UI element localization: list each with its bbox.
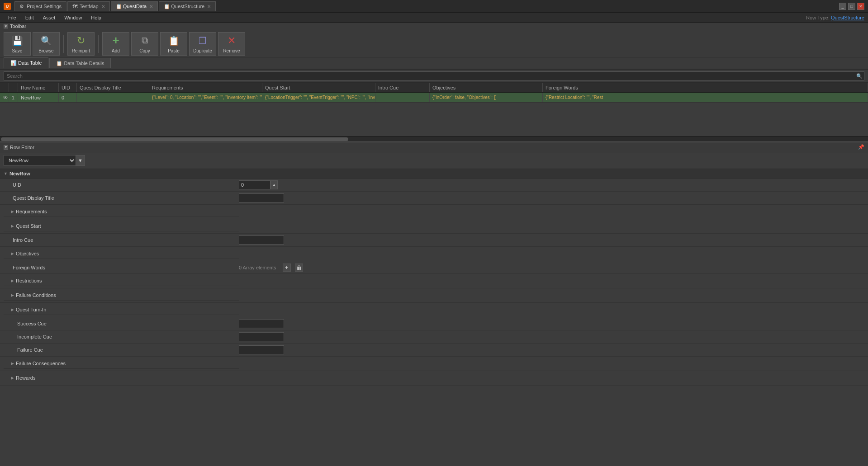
browse-label: Browse [38,48,53,53]
fw-remove-btn[interactable]: 🗑 [295,264,303,272]
uid-value: ▲ [239,180,864,189]
copy-label: Copy [139,48,150,53]
tab-quest-data[interactable]: 📋 QuestData ✕ [111,1,158,11]
failure-cue-input[interactable] [239,345,284,354]
fcons-label-text: Failure Consequences [16,361,66,366]
row-selector[interactable]: NewRow [4,155,76,166]
toolbar-outer: ▼ Toolbar 💾 Save 🔍 Browse ↻ Reimport [0,23,868,57]
col-header-eye [0,83,9,92]
success-cue-value [239,319,864,328]
cell-num: 1 [9,93,18,102]
row-editor-pin[interactable]: 📌 [858,144,864,150]
col-header-uid[interactable]: UID [59,83,77,92]
requirements-label[interactable]: ▶ Requirements [4,207,239,217]
dropdown-arrow[interactable]: ▼ [76,155,85,166]
minimize-button[interactable]: _ [839,3,846,10]
cell-foreign-words: {"Restrict Location": "", "Rest [543,93,868,102]
browse-button[interactable]: 🔍 Browse [33,32,60,56]
qdt-input[interactable] [239,193,284,202]
col-header-foreign-words[interactable]: Foreign Words [543,83,868,92]
tab-label: Data Table Details [64,61,104,66]
tab-close-testmap[interactable]: ✕ [101,4,105,9]
restrictions-label[interactable]: ▶ Restrictions [4,276,239,286]
fw-add-btn[interactable]: + [283,264,291,272]
incomplete-cue-input[interactable] [239,332,284,341]
scroll-thumb[interactable] [1,137,348,141]
rest-label-text: Restrictions [16,278,42,283]
toolbar-separator-2 [98,35,99,53]
tab-close-questdata[interactable]: ✕ [149,4,153,9]
menu-file[interactable]: File [4,14,21,21]
tab-data-table-details[interactable]: 📋 Data Table Details [49,58,111,68]
menu-window[interactable]: Window [60,14,86,21]
req-label-text: Requirements [16,209,47,214]
paste-button[interactable]: 📋 Paste [160,32,187,56]
tab-test-map[interactable]: 🗺 TestMap ✕ [67,1,110,11]
paste-label: Paste [168,48,180,53]
save-label: Save [12,48,23,53]
obj-label-text: Objectives [16,251,39,256]
rewards-label[interactable]: ▶ Rewards [4,373,239,383]
failure-cond-label[interactable]: ▶ Failure Conditions [4,290,239,301]
row-editor-expand[interactable]: ▼ [4,145,8,150]
success-cue-input[interactable] [239,319,284,328]
fc-triangle: ▶ [11,293,14,297]
tab-project-settings[interactable]: ⚙ Project Settings [14,1,66,11]
details-icon: 📋 [56,61,62,66]
failure-cue-label: Failure Cue [4,347,239,353]
uid-spinner-up[interactable]: ▲ [270,180,278,189]
tab-close-queststructure[interactable]: ✕ [207,4,211,9]
section-newrow[interactable]: ▼ NewRow [0,169,868,179]
menu-asset[interactable]: Asset [38,14,60,21]
qdt-value [239,193,864,202]
field-quest-start: ▶ Quest Start [0,219,868,234]
tab-label: Project Settings [27,4,62,9]
quest-turnin-label[interactable]: ▶ Quest Turn-In [4,305,239,315]
row-type-value[interactable]: QuestStructure [831,15,864,20]
tab-label: Data Table [18,60,42,66]
intro-cue-label: Intro Cue [4,237,239,243]
toolbar-expand[interactable]: ▼ [4,24,8,28]
uid-input[interactable] [239,180,270,189]
search-input[interactable] [4,71,864,80]
duplicate-button[interactable]: ❐ Duplicate [189,32,216,56]
menu-help[interactable]: Help [86,14,106,21]
tab-quest-structure[interactable]: 📋 QuestStructure ✕ [159,1,216,11]
col-header-rowname[interactable]: Row Name [18,83,59,92]
reimport-button[interactable]: ↻ Reimport [67,32,95,56]
objectives-label[interactable]: ▶ Objectives [4,249,239,259]
field-success-cue: Success Cue [0,317,868,330]
rest-triangle: ▶ [11,278,14,283]
col-header-quest-start[interactable]: Quest Start [262,83,375,92]
close-button[interactable]: ✕ [857,3,864,10]
browse-icon: 🔍 [40,34,52,47]
qt-triangle: ▶ [11,307,14,312]
save-button[interactable]: 💾 Save [4,32,31,56]
quest-start-label[interactable]: ▶ Quest Start [4,221,239,231]
cell-eye[interactable]: 👁 [0,93,9,102]
cell-quest-start: {"LocationTrigger": "", "EventTrigger": … [262,93,375,102]
copy-button[interactable]: ⧉ Copy [131,32,158,56]
col-header-qdt[interactable]: Quest Display Title [77,83,149,92]
remove-button[interactable]: ✕ Remove [218,32,245,56]
menu-edit[interactable]: Edit [21,14,38,21]
struct-icon: 📋 [164,4,169,9]
maximize-button[interactable]: □ [848,3,855,10]
col-header-requirements[interactable]: Requirements [149,83,262,92]
failure-cons-label[interactable]: ▶ Failure Consequences [4,358,239,369]
uid-label: UID [4,182,239,188]
search-bar-container: 🔍 [0,70,868,83]
horizontal-scrollbar[interactable] [0,136,868,141]
add-button[interactable]: + Add [102,32,129,56]
panel-tabs: 📊 Data Table 📋 Data Table Details [0,57,868,70]
intro-cue-input[interactable] [239,235,284,245]
col-header-objectives[interactable]: Objectives [430,83,543,92]
section-title: NewRow [9,171,30,176]
qs-triangle: ▶ [11,224,14,228]
incomplete-cue-value [239,332,864,341]
row-editor-content: ▼ NewRow UID ▲ [0,169,868,386]
col-header-intro-cue[interactable]: Intro Cue [375,83,430,92]
rew-triangle: ▶ [11,376,14,380]
tab-data-table[interactable]: 📊 Data Table [4,57,48,69]
table-row[interactable]: 👁 1 NewRow 0 {"Level": 0, "Location": ""… [0,93,868,103]
